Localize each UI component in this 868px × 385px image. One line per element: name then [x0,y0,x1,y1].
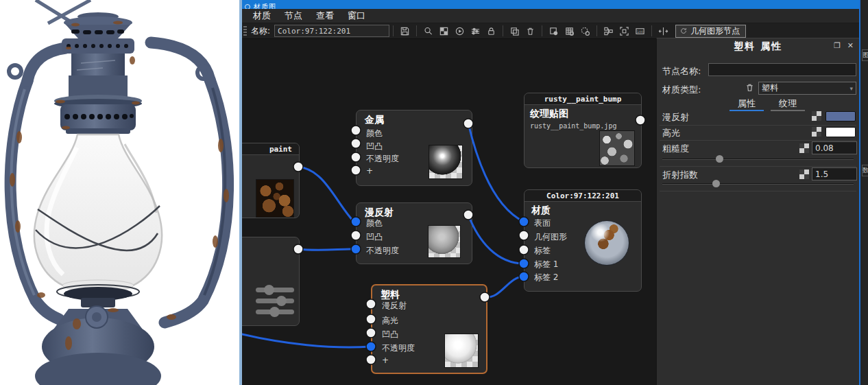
tab-attributes[interactable]: 属性 [730,97,764,111]
port-metal-output[interactable] [463,119,473,128]
specular-texture-button[interactable] [812,127,821,137]
menu-window[interactable]: 窗口 [341,9,372,23]
chevron-down-icon: ▾ [849,85,853,92]
menu-node[interactable]: 节点 [278,9,309,23]
port-paint-output[interactable] [293,162,303,172]
wire-adjust-to-diffuse-opacity[interactable] [298,249,354,250]
sliders-icon [470,26,481,36]
port-texture-output[interactable] [636,115,645,125]
material-type-dropdown[interactable]: 塑料 ▾ [758,82,856,95]
port-plastic-diffuse[interactable] [366,299,376,309]
roughness-slider[interactable] [662,159,854,160]
port-material-tag2[interactable] [519,272,529,281]
wire-edge-to-plastic-opacity[interactable] [242,334,370,347]
zoom-100-button[interactable]: 100 [632,24,648,38]
port-plastic-bump[interactable] [366,328,376,338]
specular-color-swatch[interactable] [825,127,856,137]
menu-material[interactable]: 材质 [246,9,278,23]
port-material-tag1[interactable] [519,259,529,268]
checker-material-button[interactable] [436,24,452,38]
sliders-button[interactable] [468,24,483,38]
port-material-tag[interactable] [519,245,529,255]
diffuse-color-swatch[interactable] [825,111,856,121]
wire-plastic-to-material-tag2[interactable] [485,277,524,297]
port-metal-bump[interactable] [351,139,361,148]
material-grid-icon [564,26,575,36]
ior-value[interactable]: 1.5 [812,167,857,180]
fit-view-button[interactable] [616,24,632,38]
port-plastic-specular[interactable] [366,314,376,324]
port-adjust-output[interactable] [293,244,303,254]
material-history-button[interactable] [577,24,593,38]
checker-icon [439,26,449,36]
toolbar-grip[interactable] [243,26,247,36]
node-graph-canvas[interactable]: paint 金属 颜色 凹凸 不透明度 + 漫反射 颜色 凹凸 不透明度 塑料 … [242,39,656,385]
toolbar-separator [651,25,652,36]
menu-bar: 材质 节点 查看 窗口 [242,9,859,23]
port-plastic-output[interactable] [480,292,490,302]
diffuse-texture-button[interactable] [812,111,821,121]
roughness-value[interactable]: 0.08 [812,141,857,154]
window-resize-edge[interactable] [239,0,242,385]
edge-tab-graph[interactable]: 图 [862,49,868,61]
port-material-surface[interactable] [519,217,529,226]
trash-icon [745,82,755,93]
paste-material-icon [548,26,559,36]
refresh-icon [679,27,688,35]
wire-paint-to-diffuse-color[interactable] [298,167,354,222]
edge-tab-params[interactable]: 数 [862,165,868,176]
geometry-node-button[interactable]: 几何图形节点 [675,25,746,38]
port-diffuse-opacity[interactable] [351,244,361,254]
roughness-texture-button[interactable] [799,143,809,153]
wire-diffuse-to-material-tag1[interactable] [468,215,524,264]
toolbar-separator [542,25,542,36]
save-icon [400,26,410,36]
lock-button[interactable] [483,24,499,38]
magnifier-button[interactable] [420,24,436,38]
material-grid-button[interactable] [562,24,577,38]
toolbar-separator [393,25,394,36]
divider [660,166,856,167]
port-plastic-add[interactable] [366,355,376,364]
delete-material-button[interactable] [745,82,755,95]
align-split-button[interactable] [655,24,671,38]
node-layout-icon [603,26,614,36]
name-label: 名称: [251,25,270,37]
ior-slider[interactable] [662,183,854,185]
magnifier-icon [423,26,433,36]
ior-slider-handle[interactable] [712,180,720,187]
tab-texture[interactable]: 纹理 [771,97,805,111]
play-icon [455,26,465,36]
port-diffuse-color[interactable] [351,217,361,226]
material-history-icon [580,26,590,36]
ior-texture-button[interactable] [799,170,809,179]
port-diffuse-bump[interactable] [351,231,361,240]
window-titlebar[interactable]: 材质图 [239,0,859,9]
node-name-input[interactable] [708,63,856,76]
render-play-button[interactable] [452,24,468,38]
roughness-slider-handle[interactable] [716,155,723,163]
diffuse-label: 漫反射 [662,111,689,124]
wire-metal-to-material-surface[interactable] [468,124,524,222]
panel-float-button[interactable]: ❐ [834,41,841,50]
port-metal-add[interactable] [351,165,361,175]
zoom-100-icon: 100 [635,26,645,36]
menu-view[interactable]: 查看 [309,9,341,23]
port-diffuse-output[interactable] [463,210,473,220]
port-metal-opacity[interactable] [351,152,361,162]
material-name-input[interactable] [274,25,389,37]
material-type-label: 材质类型: [662,84,701,96]
panel-close-button[interactable]: ✕ [847,41,854,50]
duplicate-button[interactable] [507,24,522,38]
node-layout-button[interactable] [601,24,616,38]
port-metal-color[interactable] [351,126,361,135]
save-button[interactable] [397,24,413,38]
port-material-geometry[interactable] [519,231,529,240]
properties-panel: 塑料 属性 ❐ ✕ 节点名称: 材质类型: 塑料 ▾ 属性 纹理 漫反射 高光 … [656,38,859,385]
delete-button[interactable] [522,24,538,38]
port-plastic-opacity[interactable] [366,342,376,351]
divider [660,191,856,191]
paste-material-button[interactable] [546,24,562,38]
toolbar-separator [596,25,597,36]
roughness-label: 粗糙度 [662,143,689,155]
